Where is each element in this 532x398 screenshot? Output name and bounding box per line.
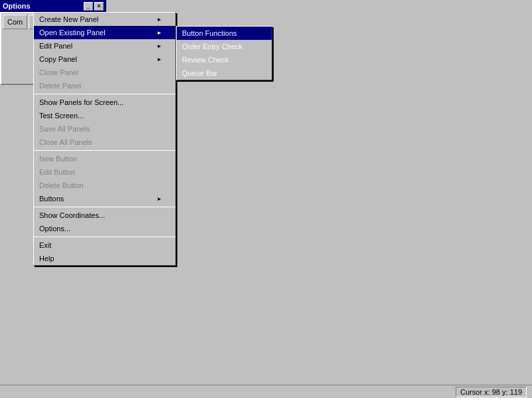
- window-titlebar: Options _ ×: [0, 0, 106, 12]
- menu-item-help[interactable]: Help: [34, 252, 175, 265]
- toolbar-btn-com[interactable]: Com: [3, 15, 27, 29]
- arrow-icon: ►: [157, 56, 162, 62]
- menu-item-close-all-panels: Close All Panels: [34, 136, 175, 149]
- window-title: Options: [3, 2, 82, 10]
- close-button[interactable]: ×: [94, 2, 104, 11]
- menu-item-show-coordinates[interactable]: Show Coordinates...: [34, 209, 175, 222]
- submenu-item-order-entry-check[interactable]: Order Entry Check: [177, 40, 272, 53]
- menu-item-copy-panel[interactable]: Copy Panel ►: [34, 52, 175, 66]
- arrow-icon: ►: [157, 30, 162, 36]
- menu-item-delete-button: Delete Button: [34, 179, 175, 192]
- arrow-icon: ►: [157, 43, 162, 49]
- menu-item-save-all-panels: Save All Panels: [34, 122, 175, 136]
- separator-4: [34, 237, 175, 237]
- statusbar: Cursor x: 98 y: 119: [0, 385, 532, 398]
- arrow-icon: ►: [157, 196, 162, 202]
- menu-item-new-button: New Button: [34, 152, 175, 165]
- menu-item-edit-button: Edit Button: [34, 165, 175, 179]
- menu-item-test-screen[interactable]: Test Screen...: [34, 109, 175, 122]
- menu-item-close-panel: Close Panel: [34, 66, 175, 79]
- main-menu: Create New Panel ► Open Existing Panel ►…: [33, 12, 176, 266]
- menu-item-delete-panel: Delete Panel: [34, 79, 175, 92]
- submenu-open-existing: Button Functions Order Entry Check Revie…: [176, 26, 272, 80]
- menu-item-create-new-panel[interactable]: Create New Panel ►: [34, 13, 175, 26]
- menu-item-show-panels-for-screen[interactable]: Show Panels for Screen...: [34, 96, 175, 109]
- menu-item-edit-panel[interactable]: Edit Panel ►: [34, 39, 175, 52]
- submenu-item-button-functions[interactable]: Button Functions: [177, 27, 272, 40]
- separator-2: [34, 150, 175, 151]
- submenu-item-queue-bar[interactable]: Queue Bar: [177, 66, 272, 80]
- menu-item-open-existing-panel[interactable]: Open Existing Panel ► Button Functions O…: [34, 26, 175, 39]
- submenu-item-review-check[interactable]: Review Check: [177, 53, 272, 66]
- menu-item-exit[interactable]: Exit: [34, 239, 175, 252]
- menu-item-buttons[interactable]: Buttons ►: [34, 192, 175, 205]
- minimize-button[interactable]: _: [84, 2, 93, 11]
- separator-3: [34, 207, 175, 207]
- arrow-icon: ►: [157, 17, 162, 23]
- cursor-position: Cursor x: 98 y: 119: [456, 387, 527, 397]
- menu-item-options[interactable]: Options...: [34, 222, 175, 235]
- separator-1: [34, 94, 175, 94]
